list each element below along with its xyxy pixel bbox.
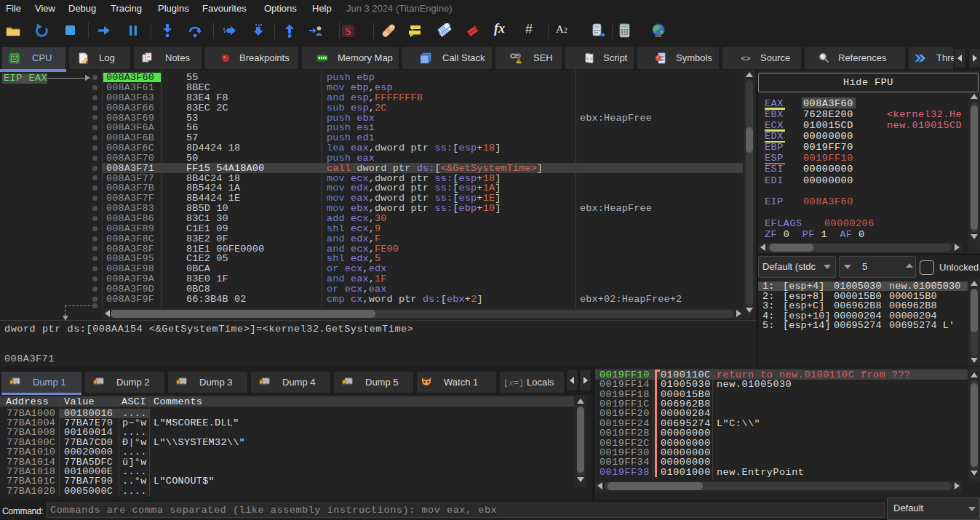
svg-text:<>: <> bbox=[586, 57, 592, 62]
svg-text:<>: <> bbox=[741, 55, 750, 63]
svg-text:S: S bbox=[345, 25, 351, 37]
svg-text:32: 32 bbox=[12, 55, 17, 60]
